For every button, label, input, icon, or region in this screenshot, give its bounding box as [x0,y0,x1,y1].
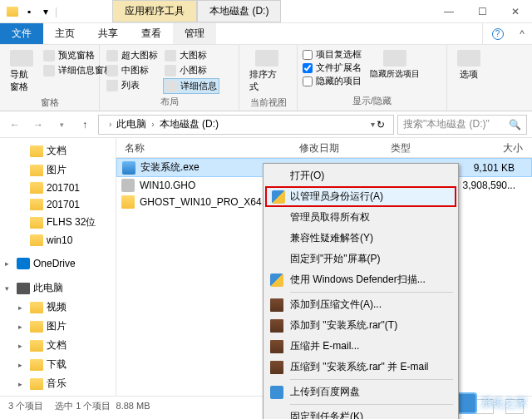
menu-item[interactable]: 使用 Windows Defender扫描... [265,269,456,290]
ribbon-group-label: 窗格 [5,95,94,109]
ribbon-group-label: 显示/隐藏 [303,93,441,107]
details-view-button[interactable] [475,399,494,414]
sidebar-item[interactable]: ▸音乐 [0,374,116,393]
menubar: 文件 主页 共享 查看 管理 ? ^ [0,23,532,45]
view-details-button[interactable]: 详细信息 [163,78,219,94]
sidebar[interactable]: 文档图片201701201701FLHS 32位win10▸OneDrive▾此… [0,138,116,396]
chevron-right-icon[interactable]: › [109,120,111,129]
ribbon-group-layout: 超大图标 中图标 列表 大图标 小图标 详细信息 布局 [100,45,239,111]
sidebar-item[interactable]: ▸图片 [0,317,116,336]
thumbnails-view-button[interactable] [505,399,524,414]
expand-icon[interactable]: ▸ [18,323,27,331]
menu-item[interactable]: 压缩并 E-mail... [265,336,456,357]
item-checkboxes-toggle[interactable]: 项目复选框 [303,48,362,61]
preview-icon [43,50,55,62]
chevron-right-icon[interactable]: › [151,120,154,129]
column-header-name[interactable]: 名称 [116,138,291,157]
sidebar-item[interactable]: ▸下载 [0,355,116,374]
folder-icon [30,182,43,194]
hidden-items-toggle[interactable]: 隐藏的项目 [303,75,362,87]
minimize-button[interactable]: — [432,0,466,23]
folder-icon [30,234,43,246]
help-button[interactable]: ? [482,23,512,44]
folder-icon [30,359,43,371]
rar-icon [270,319,283,333]
view-medium-button[interactable]: 中图标 [105,63,160,77]
details-icon [43,65,55,76]
column-header-type[interactable]: 类型 [382,138,449,157]
expand-icon[interactable]: ▸ [5,259,13,268]
sidebar-item[interactable]: ▸桌面 [0,393,116,396]
sidebar-item[interactable]: 201701 [0,196,116,213]
address-bar[interactable]: › 此电脑 › 本地磁盘 (D:) ▾ ↻ [98,115,394,135]
sidebar-item[interactable]: 图片 [0,160,116,180]
menu-item[interactable]: 兼容性疑难解答(Y) [265,228,456,249]
grid-icon [106,65,118,76]
tab-view[interactable]: 查看 [130,23,173,44]
menu-item-label: 添加到 "安装系统.rar"(T) [290,318,397,333]
menu-item-label: 上传到百度网盘 [290,385,360,399]
forward-button[interactable]: → [28,115,48,135]
close-button[interactable]: ✕ [499,0,532,23]
sidebar-item[interactable]: FLHS 32位 [0,213,116,232]
sidebar-item[interactable]: 201701 [0,180,116,196]
tab-home[interactable]: 主页 [43,23,86,44]
sidebar-item[interactable]: ▸视频 [0,298,116,317]
title-tab-drive: 本地磁盘 (D:) [197,0,281,22]
menu-item[interactable]: 压缩到 "安装系统.rar" 并 E-mail [265,357,456,377]
window-controls: — ☐ ✕ [432,0,532,23]
menu-item[interactable]: 以管理员身份运行(A) [265,186,456,207]
nav-pane-icon [10,50,33,67]
tab-manage[interactable]: 管理 [173,23,216,44]
menu-item-label: 固定到"开始"屏幕(P) [290,252,381,266]
back-button[interactable]: ← [5,115,25,135]
expand-icon[interactable]: ▸ [18,342,27,350]
expand-icon[interactable]: ▸ [18,361,27,369]
up-button[interactable]: ↑ [75,115,95,135]
tab-share[interactable]: 共享 [86,23,130,44]
sidebar-item[interactable]: ▸文档 [0,336,116,355]
file-tab[interactable]: 文件 [0,23,43,44]
menu-item[interactable]: 管理员取得所有权 [265,207,456,228]
folder-icon [30,340,43,352]
view-list-button[interactable]: 列表 [105,78,160,92]
menu-item[interactable]: 添加到 "安装系统.rar"(T) [265,315,456,336]
chevron-down-icon[interactable]: ▾ [371,120,375,129]
options-button[interactable]: 选项 [452,48,485,107]
view-extra-large-button[interactable]: 超大图标 [105,48,160,62]
search-icon: 🔍 [509,119,521,131]
expand-icon[interactable]: ▸ [18,380,27,388]
search-input[interactable]: 搜索"本地磁盘 (D:)" 🔍 [397,115,527,135]
sidebar-item[interactable]: 文档 [0,141,116,160]
hide-selected-button[interactable]: 隐藏所选项目 [365,48,425,93]
menu-item[interactable]: 添加到压缩文件(A)... [265,294,456,315]
view-large-button[interactable]: 大图标 [163,48,219,62]
breadcrumb-segment[interactable]: 此电脑 [116,117,146,131]
column-header-size[interactable]: 大小 [449,138,532,157]
recent-button[interactable]: ▾ [52,115,71,135]
refresh-icon[interactable]: ↻ [377,119,385,131]
expand-icon[interactable]: ▸ [18,303,27,312]
menu-item[interactable]: 固定到"开始"屏幕(P) [265,249,456,269]
expand-icon[interactable]: ▾ [5,284,13,293]
sidebar-item[interactable]: ▸OneDrive [0,255,116,272]
view-small-button[interactable]: 小图标 [163,63,219,77]
collapse-ribbon-button[interactable]: ^ [512,23,532,44]
sidebar-item[interactable]: ▾此电脑 [0,279,116,298]
menu-item-label: 固定到任务栏(K) [290,410,363,419]
maximize-button[interactable]: ☐ [466,0,499,23]
menu-item[interactable]: 打开(O) [265,165,456,186]
sidebar-item[interactable]: win10 [0,232,116,249]
column-header-date[interactable]: 修改日期 [291,138,382,157]
sidebar-item-label: 音乐 [47,377,66,391]
menu-item[interactable]: 上传到百度网盘 [265,382,456,402]
menu-item[interactable]: 固定到任务栏(K) [265,407,456,419]
properties-icon[interactable]: ▪ [22,4,37,19]
sort-by-button[interactable]: 排序方式 [244,48,288,95]
new-folder-icon[interactable]: ▾ [38,4,53,19]
breadcrumb-segment[interactable]: 本地磁盘 (D:) [160,117,219,131]
context-tab-app-tools[interactable]: 应用程序工具 [112,0,197,22]
file-extensions-toggle[interactable]: 文件扩展名 [303,62,362,74]
nav-pane-button[interactable]: 导航窗格 [5,48,38,95]
sidebar-item-label: 图片 [47,319,66,333]
